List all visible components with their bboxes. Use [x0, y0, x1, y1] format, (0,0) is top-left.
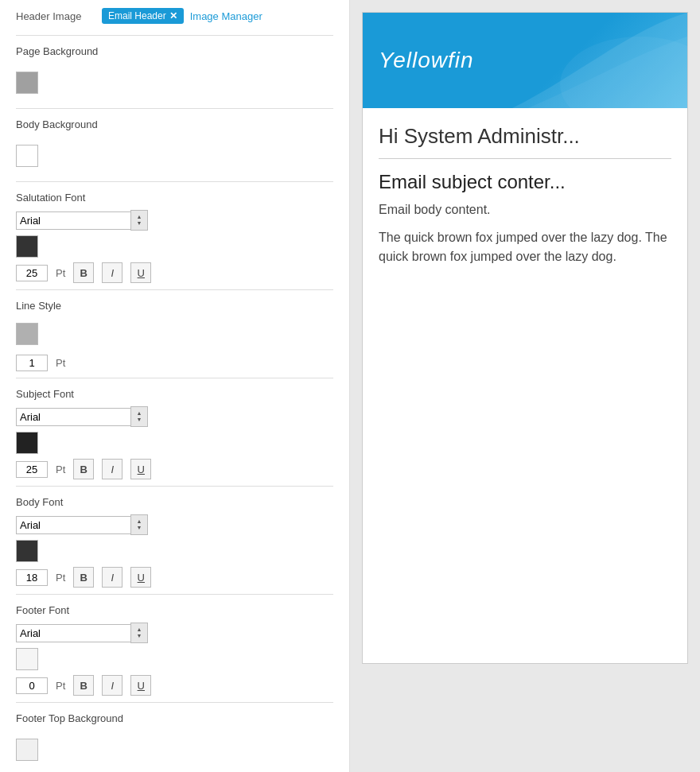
salutation-italic-btn[interactable]: I: [102, 262, 122, 283]
subject-color-swatch[interactable]: [16, 432, 38, 454]
footer-bold-btn[interactable]: B: [73, 675, 94, 696]
body-color-row: [16, 540, 333, 562]
preview-body: Hi System Administr... Email subject con…: [363, 108, 687, 282]
email-header-tag[interactable]: Email Header ✕: [102, 8, 184, 24]
right-preview-panel: Yellowfin Hi System Administr... Email s…: [350, 0, 700, 772]
body-font-select-arrow[interactable]: [130, 514, 148, 535]
body-italic-btn[interactable]: I: [102, 567, 122, 588]
body-size-input[interactable]: [16, 569, 48, 586]
page-background-color-row: [16, 64, 333, 102]
line-style-color-row: [16, 323, 333, 345]
footer-italic-btn[interactable]: I: [102, 675, 122, 696]
line-style-label: Line Style: [16, 300, 333, 312]
body-bold-btn[interactable]: B: [73, 567, 94, 588]
preview-lorem-text: The quick brown fox jumped over the lazy…: [379, 228, 671, 266]
salutation-underline-btn[interactable]: U: [130, 262, 151, 283]
body-background-swatch[interactable]: [16, 145, 38, 167]
footer-top-bg-section: Footer Top Background: [16, 702, 333, 772]
body-font-select[interactable]: Arial Times New Roman Verdana: [16, 516, 131, 534]
email-header-tag-text: Email Header: [108, 10, 166, 21]
body-background-section: Body Background: [16, 108, 333, 181]
subject-font-label: Subject Font: [16, 388, 333, 400]
svg-point-0: [560, 37, 687, 108]
body-background-label: Body Background: [16, 118, 333, 130]
preview-subject: Email subject conter...: [379, 171, 671, 193]
salutation-color-swatch[interactable]: [16, 235, 38, 258]
page-background-swatch[interactable]: [16, 72, 38, 94]
salutation-pt-label: Pt: [56, 267, 65, 279]
footer-font-select[interactable]: Arial Times New Roman Verdana: [16, 624, 131, 642]
body-underline-btn[interactable]: U: [130, 567, 151, 588]
header-wave-decoration: [512, 13, 687, 108]
footer-top-bg-swatch[interactable]: [16, 739, 38, 761]
body-font-section: Body Font Arial Times New Roman Verdana …: [16, 486, 333, 594]
body-background-color-row: [16, 137, 333, 175]
line-style-color-swatch[interactable]: [16, 323, 38, 345]
footer-top-bg-label: Footer Top Background: [16, 712, 333, 724]
preview-header: Yellowfin: [363, 13, 687, 108]
subject-size-row: Pt B I U: [16, 459, 333, 479]
email-header-close-icon[interactable]: ✕: [169, 10, 177, 21]
subject-font-select-arrow[interactable]: [130, 406, 148, 427]
preview-container: Yellowfin Hi System Administr... Email s…: [362, 12, 688, 664]
preview-body-text: Email body content.: [379, 203, 671, 217]
line-style-size-row: Pt: [16, 355, 333, 371]
yellowfin-logo: Yellowfin: [379, 48, 474, 73]
preview-salutation: Hi System Administr...: [379, 124, 671, 159]
page-background-section: Page Background: [16, 35, 333, 108]
body-pt-label: Pt: [56, 572, 65, 584]
subject-font-select[interactable]: Arial Times New Roman Verdana: [16, 408, 131, 426]
subject-font-select-wrap: Arial Times New Roman Verdana: [16, 406, 333, 427]
body-font-select-wrap: Arial Times New Roman Verdana: [16, 514, 333, 535]
line-style-size-input[interactable]: [16, 355, 48, 371]
salutation-size-row: 25 Pt B I U: [16, 262, 333, 283]
subject-bold-btn[interactable]: B: [73, 459, 94, 479]
left-settings-panel: Header Image Email Header ✕ Image Manage…: [0, 0, 350, 772]
image-manager-link[interactable]: Image Manager: [190, 10, 262, 22]
salutation-color-pt-row: [16, 235, 333, 258]
body-font-label: Body Font: [16, 496, 333, 508]
body-size-row: Pt B I U: [16, 567, 333, 588]
subject-underline-btn[interactable]: U: [130, 459, 151, 479]
subject-italic-btn[interactable]: I: [102, 459, 122, 479]
footer-font-label: Footer Font: [16, 604, 333, 616]
footer-size-row: Pt B I U: [16, 675, 333, 696]
header-image-label: Header Image: [16, 10, 95, 22]
footer-color-swatch[interactable]: [16, 648, 38, 670]
salutation-font-select-wrap: Arial Times New Roman Verdana: [16, 210, 333, 231]
page-background-label: Page Background: [16, 45, 333, 57]
subject-color-row: [16, 432, 333, 454]
salutation-font-section: Salutation Font Arial Times New Roman Ve…: [16, 181, 333, 289]
line-style-pt-label: Pt: [56, 357, 65, 369]
salutation-font-select[interactable]: Arial Times New Roman Verdana: [16, 211, 131, 230]
header-image-row: Header Image Email Header ✕ Image Manage…: [16, 8, 333, 24]
line-style-section: Line Style Pt: [16, 289, 333, 378]
subject-size-input[interactable]: [16, 461, 48, 478]
line-style-content: Pt: [16, 318, 333, 371]
salutation-bold-btn[interactable]: B: [73, 262, 94, 283]
footer-size-input[interactable]: [16, 677, 48, 694]
footer-font-select-wrap: Arial Times New Roman Verdana: [16, 623, 333, 643]
footer-pt-label: Pt: [56, 680, 65, 692]
salutation-size-input[interactable]: 25: [16, 265, 48, 281]
body-color-swatch[interactable]: [16, 540, 38, 562]
footer-font-section: Footer Font Arial Times New Roman Verdan…: [16, 594, 333, 702]
footer-color-row: [16, 648, 333, 670]
footer-top-bg-color-row: [16, 731, 333, 769]
footer-underline-btn[interactable]: U: [130, 675, 151, 696]
footer-font-select-arrow[interactable]: [130, 623, 148, 643]
subject-pt-label: Pt: [56, 464, 65, 475]
subject-font-section: Subject Font Arial Times New Roman Verda…: [16, 378, 333, 486]
salutation-font-select-arrow[interactable]: [130, 210, 148, 231]
salutation-font-label: Salutation Font: [16, 192, 333, 204]
